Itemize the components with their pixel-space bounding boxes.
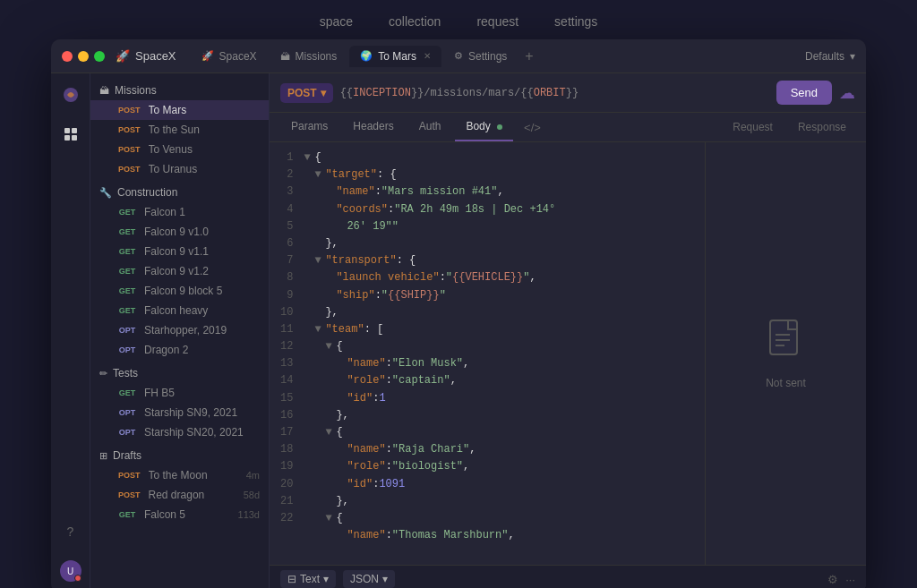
sidebar-item-falcon5-meta: 113d [238, 509, 260, 520]
sidebar-item-touranus[interactable]: POST To Uranus [90, 159, 269, 179]
code-line-1: ▼{ [304, 149, 694, 166]
sidebar-group-tests[interactable]: ✏ Tests [90, 363, 269, 383]
sidebar-item-falcon9v12[interactable]: GET Falcon 9 v1.2 [90, 261, 269, 281]
text-format-chevron: ▾ [323, 573, 329, 585]
sidebar-item-falcon1[interactable]: GET Falcon 1 [90, 202, 269, 222]
tab-tomars[interactable]: 🌍 To Mars ✕ [349, 46, 441, 67]
maximize-button[interactable] [94, 51, 105, 62]
text-format-icon: ⊟ [287, 573, 296, 585]
nav-settings[interactable]: settings [554, 14, 597, 29]
sidebar-item-reddragon[interactable]: POST Red dragon 58d [90, 485, 269, 505]
sidebar-item-falcon9v12-label: Falcon 9 v1.2 [144, 265, 260, 277]
sidebar-item-starhopper[interactable]: OPT Starhopper, 2019 [90, 320, 269, 340]
sidebar-item-falcon9block5[interactable]: GET Falcon 9 block 5 [90, 281, 269, 301]
sidebar-item-tothesun[interactable]: POST To the Sun [90, 120, 269, 140]
tests-icon: ✏ [99, 368, 107, 379]
text-format-selector[interactable]: ⊟ Text ▾ [280, 570, 336, 588]
method-badge-opt: OPT [116, 325, 139, 336]
defaults-label[interactable]: Defaults [805, 50, 844, 63]
tab-response[interactable]: Response [789, 114, 855, 141]
send-button[interactable]: Send [776, 81, 832, 105]
more-icon[interactable]: ··· [845, 573, 855, 586]
method-badge-post: POST [116, 105, 143, 115]
tab-missions[interactable]: 🏔 Missions [270, 46, 348, 67]
title-bar: 🚀 SpaceX 🚀 SpaceX 🏔 Missions 🌍 To Mars ✕… [51, 39, 866, 73]
sidebar-item-falcon9v11[interactable]: GET Falcon 9 v1.1 [90, 242, 269, 261]
code-line-15: }, [304, 407, 694, 424]
sidebar-item-tomars[interactable]: POST To Mars [90, 100, 269, 120]
sidebar-item-tovenus[interactable]: POST To Venus [90, 140, 269, 159]
nav-space[interactable]: space [320, 14, 353, 29]
sidebar-icon-question[interactable]: ? [58, 519, 83, 544]
tab-params[interactable]: Params [280, 113, 339, 141]
json-format-selector[interactable]: JSON ▾ [343, 570, 395, 588]
main-layout: ? U 🏔 Missions POST To Mars [51, 73, 866, 588]
tab-tomars-close[interactable]: ✕ [424, 51, 431, 61]
sidebar-icon-grid[interactable] [58, 122, 83, 147]
settings-icon[interactable]: ⚙ [827, 573, 838, 586]
code-line-4: "coords": "RA 2h 49m 18s | Dec +14° [304, 201, 694, 218]
url-display: {{INCEPTION}}/missions/mars/{{ORBIT}} [340, 87, 769, 99]
nav-request[interactable]: request [476, 14, 518, 29]
close-button[interactable] [62, 51, 73, 62]
sidebar-item-fhb5[interactable]: GET FH B5 [90, 383, 269, 403]
tab-spacex[interactable]: 🚀 SpaceX [191, 46, 268, 67]
cloud-icon: ☁ [839, 83, 855, 103]
sidebar-item-falcon9v10-label: Falcon 9 v1.0 [144, 226, 260, 238]
avatar[interactable]: U [58, 558, 83, 584]
code-line-16: ▼{ [304, 424, 694, 441]
tab-body[interactable]: Body [455, 113, 513, 141]
sidebar-item-falconheavy[interactable]: GET Falcon heavy [90, 301, 269, 320]
code-editor[interactable]: 12345 678910 1112131415 1617181920 2122 … [270, 142, 705, 565]
sidebar-group-drafts[interactable]: ⊞ Drafts [90, 446, 269, 465]
sidebar-item-falcon5[interactable]: GET Falcon 5 113d [90, 505, 269, 524]
title-bar-right: Defaults ▾ [805, 50, 855, 63]
url-inception: INCEPTION [353, 87, 411, 99]
tab-settings-label: Settings [468, 50, 507, 63]
bottom-bar: ⊟ Text ▾ JSON ▾ ⚙ ··· [270, 565, 866, 588]
code-view-icon[interactable]: </> [524, 121, 541, 134]
sidebar-item-starshipsn9[interactable]: OPT Starship SN9, 2021 [90, 403, 269, 422]
method-badge-post: POST [116, 164, 143, 175]
method-badge-get: GET [116, 246, 139, 257]
sidebar-item-touranus-label: To Uranus [149, 163, 260, 175]
tab-spacex-icon: 🚀 [201, 50, 214, 62]
url-base-end: }} [566, 87, 578, 99]
tab-request[interactable]: Request [724, 114, 782, 141]
code-line-6: ▼"transport": { [304, 252, 694, 269]
sidebar-section-construction: 🔧 Construction GET Falcon 1 GET Falcon 9… [90, 183, 269, 360]
minimize-button[interactable] [78, 51, 89, 62]
code-line-20: }, [304, 493, 694, 510]
sidebar-item-falcon9block5-label: Falcon 9 block 5 [144, 285, 260, 297]
nav-collection[interactable]: collection [389, 14, 441, 29]
tab-headers[interactable]: Headers [342, 113, 404, 141]
method-selector[interactable]: POST ▾ [280, 83, 333, 103]
code-line-17: "name": "Raja Chari", [304, 441, 694, 458]
tab-missions-icon: 🏔 [280, 51, 290, 62]
sidebar-item-dragon2[interactable]: OPT Dragon 2 [90, 340, 269, 360]
avatar-initials: U [67, 567, 73, 576]
tab-settings[interactable]: ⚙ Settings [443, 46, 518, 67]
sidebar-group-construction[interactable]: 🔧 Construction [90, 183, 269, 202]
app-name: SpaceX [135, 49, 176, 63]
code-line-10: ▼"team": [ [304, 321, 694, 338]
method-badge-opt: OPT [116, 427, 139, 438]
sidebar-item-starshipsn20[interactable]: OPT Starship SN20, 2021 [90, 422, 269, 442]
sidebar-icon-logo [58, 82, 83, 107]
method-badge-post: POST [116, 470, 143, 481]
bottom-icons: ⚙ ··· [827, 573, 855, 586]
sidebar-item-falcon9v10[interactable]: GET Falcon 9 v1.0 [90, 222, 269, 242]
sidebar-item-tothemoon-meta: 4m [246, 470, 260, 481]
not-sent-panel: Not sent [705, 142, 866, 565]
tab-body-label: Body [466, 120, 490, 132]
tab-add-button[interactable]: + [519, 48, 538, 64]
tab-auth[interactable]: Auth [408, 113, 452, 141]
line-numbers: 12345 678910 1112131415 1617181920 2122 [270, 149, 304, 558]
sidebar-section-drafts: ⊞ Drafts POST To the Moon 4m POST Red dr… [90, 446, 269, 524]
code-line-8: "ship": "{{SHIP}}" [304, 287, 694, 304]
method-badge-get: GET [116, 305, 139, 316]
sidebar-group-missions[interactable]: 🏔 Missions [90, 81, 269, 100]
tab-settings-icon: ⚙ [454, 50, 463, 62]
sidebar-item-tothemoon[interactable]: POST To the Moon 4m [90, 465, 269, 485]
sidebar-item-falcon5-label: Falcon 5 [144, 508, 233, 521]
